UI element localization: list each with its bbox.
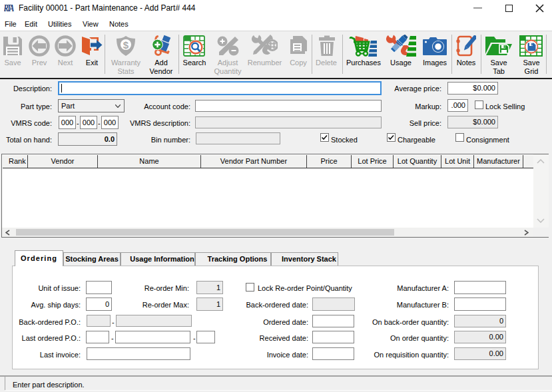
svg-text:$: $ (123, 39, 129, 51)
svg-text:RTA: RTA (4, 3, 14, 13)
